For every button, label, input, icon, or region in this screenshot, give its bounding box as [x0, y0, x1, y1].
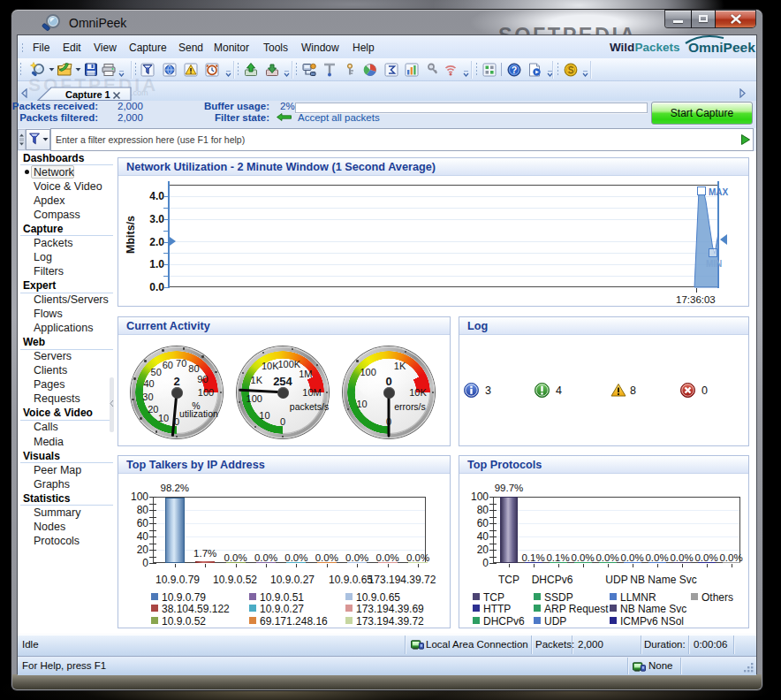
- svg-text:S: S: [568, 65, 574, 75]
- svg-text:?: ?: [512, 65, 517, 75]
